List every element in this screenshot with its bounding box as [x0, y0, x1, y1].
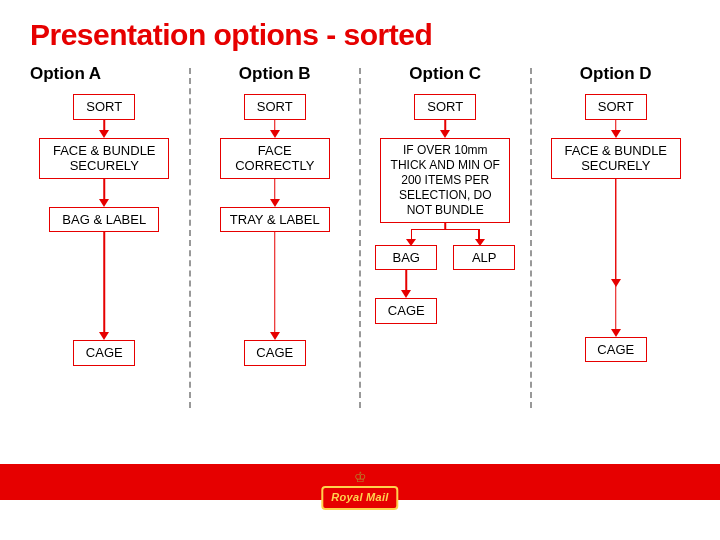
- option-a-column: Option A SORT FACE & BUNDLE SECURELY BAG…: [20, 64, 189, 408]
- option-c-alp-box: ALP: [453, 245, 515, 271]
- crown-icon: ♔: [354, 470, 367, 484]
- option-d-cage-box: CAGE: [585, 337, 647, 363]
- option-b-step2-box: TRAY & LABEL: [220, 207, 330, 233]
- options-row: Option A SORT FACE & BUNDLE SECURELY BAG…: [0, 64, 720, 408]
- option-d-column: Option D SORT FACE & BUNDLE SECURELY CAG…: [532, 64, 701, 408]
- option-c-cage-box: CAGE: [375, 298, 437, 324]
- option-a-sort-box: SORT: [73, 94, 135, 120]
- option-b-column: Option B SORT FACE CORRECTLY TRAY & LABE…: [191, 64, 360, 408]
- option-b-step1-box: FACE CORRECTLY: [220, 138, 330, 179]
- slide-title: Presentation options - sorted: [0, 0, 720, 64]
- footer: ♔ Royal Mail: [0, 464, 720, 540]
- option-c-column: Option C SORT IF OVER 10mm THICK AND MIN…: [361, 64, 530, 408]
- option-a-step1-box: FACE & BUNDLE SECURELY: [39, 138, 169, 179]
- split-arrow-icon: [367, 223, 524, 245]
- option-b-cage-box: CAGE: [244, 340, 306, 366]
- option-c-branch-row: BAG CAGE ALP: [367, 245, 524, 324]
- royal-mail-logo-text: Royal Mail: [321, 486, 398, 510]
- option-c-rule-box: IF OVER 10mm THICK AND MIN OF 200 ITEMS …: [380, 138, 510, 223]
- royal-mail-logo: ♔ Royal Mail: [321, 470, 398, 510]
- option-d-head: Option D: [580, 64, 652, 84]
- option-c-bag-box: BAG: [375, 245, 437, 271]
- option-c-head: Option C: [409, 64, 481, 84]
- option-c-sort-box: SORT: [414, 94, 476, 120]
- option-a-step2-box: BAG & LABEL: [49, 207, 159, 233]
- option-d-step1-box: FACE & BUNDLE SECURELY: [551, 138, 681, 179]
- option-a-cage-box: CAGE: [73, 340, 135, 366]
- option-b-head: Option B: [239, 64, 311, 84]
- option-d-sort-box: SORT: [585, 94, 647, 120]
- option-b-sort-box: SORT: [244, 94, 306, 120]
- option-a-head: Option A: [26, 64, 101, 84]
